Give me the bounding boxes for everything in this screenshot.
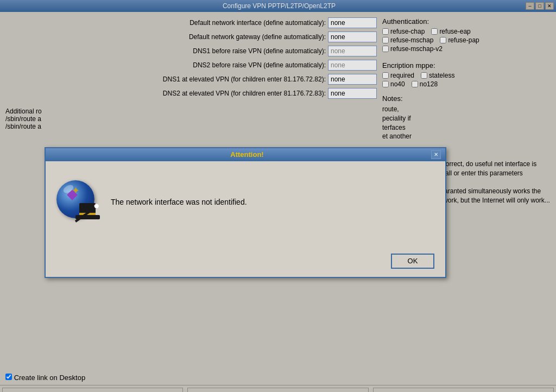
- modal-overlay: Attention! ✕ ✦ The network in: [0, 0, 556, 392]
- modal-message: The network interface was not identified…: [111, 198, 429, 206]
- sparkle-icon: ✦: [72, 185, 80, 197]
- modal-title: Attention!: [63, 150, 431, 159]
- modal-dialog: Attention! ✕ ✦ The network in: [45, 147, 446, 278]
- modal-ok-button[interactable]: OK: [391, 254, 434, 269]
- wizard-icon: ✦: [56, 180, 100, 224]
- modal-title-bar: Attention! ✕: [46, 148, 445, 161]
- modal-footer: OK: [46, 248, 445, 277]
- modal-body: ✦ The network interface was not identifi…: [46, 161, 445, 248]
- modal-close-button[interactable]: ✕: [431, 150, 441, 159]
